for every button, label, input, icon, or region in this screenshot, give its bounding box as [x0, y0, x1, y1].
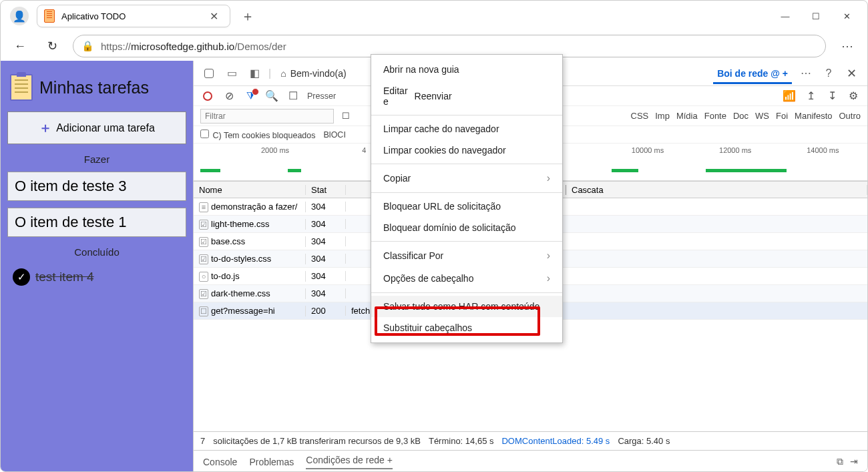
record-button[interactable]	[200, 89, 215, 103]
minimize-button[interactable]: —	[770, 5, 801, 27]
filter-wasm[interactable]: Foi	[776, 111, 788, 121]
overview-bar	[706, 169, 787, 172]
maximize-button[interactable]: ☐	[801, 5, 831, 27]
todo-app: Minhas tarefas ＋ Adicionar uma tarefa Fa…	[1, 61, 193, 472]
app-title: Minhas tarefas	[39, 78, 149, 97]
drawer-netcond[interactable]: Condições de rede +	[306, 455, 393, 469]
blocked-cookies-label: C) Tem cookies bloqueados	[212, 131, 315, 140]
ctx-edit[interactable]: Editar e	[383, 80, 408, 112]
url-path: /Demos/der	[234, 41, 286, 52]
task-done-item[interactable]: ✓ test item 4	[7, 264, 186, 290]
filter-img[interactable]: Imp	[655, 111, 670, 121]
col-status[interactable]: Stat	[306, 185, 346, 195]
file-type-icon: ○	[199, 272, 208, 282]
tab-favicon-icon	[44, 9, 55, 23]
file-type-icon: ☐	[199, 306, 208, 316]
col-waterfall[interactable]: Cascata	[566, 185, 867, 195]
drawer-expand-icon[interactable]: ⧉	[837, 456, 843, 467]
overview-bar	[612, 169, 638, 172]
drawer-import-icon[interactable]: ⇥	[850, 456, 858, 467]
clear-button[interactable]: ⊘	[222, 89, 236, 103]
ctx-block-domain[interactable]: Bloquear domínio de solicitação	[371, 217, 562, 238]
ctx-open-new-tab[interactable]: Abrir na nova guia	[371, 59, 562, 80]
task-item[interactable]: O item de teste 1	[7, 208, 186, 237]
ctx-block-url[interactable]: Bloquear URL de solicitação	[371, 196, 562, 217]
back-button[interactable]: ←	[9, 35, 31, 57]
ctx-resend[interactable]: Reenviar	[415, 80, 452, 112]
profile-icon[interactable]: 👤	[10, 7, 29, 25]
filter-ws[interactable]: WS	[755, 111, 769, 121]
filter-other[interactable]: Outro	[839, 111, 861, 121]
close-window-button[interactable]: ✕	[831, 5, 862, 27]
filter-media[interactable]: Mídia	[676, 111, 698, 121]
tab-close-icon[interactable]: ✕	[204, 10, 223, 23]
add-task-label: Adicionar uma tarefa	[56, 122, 155, 134]
summary-dcl: DOMContentLoaded: 5.49 s	[501, 436, 610, 446]
url-scheme: https://	[101, 41, 131, 52]
overview-tick: 10000 ms	[632, 146, 664, 154]
new-tab-button[interactable]: ＋	[236, 7, 260, 25]
home-icon: ⌂	[280, 68, 286, 79]
filter-doc[interactable]: Doc	[733, 111, 748, 121]
device-toggle-icon[interactable]: ▭	[223, 65, 240, 82]
download-icon[interactable]: ↧	[825, 89, 839, 103]
filter-css[interactable]: CSS	[631, 111, 649, 121]
col-name[interactable]: Nome	[194, 185, 306, 195]
window-controls: — ☐ ✕	[770, 5, 862, 27]
file-type-icon: ☑	[199, 289, 208, 299]
type-filter-bar: CSS Imp Mídia Fonte Doc WS Foi Manifesto…	[631, 111, 861, 121]
ctx-clear-cache[interactable]: Limpar cache do navegador	[371, 118, 562, 140]
overview-tick: 12000 ms	[719, 146, 751, 154]
browser-menu-button[interactable]: ⋯	[835, 39, 859, 53]
ctx-sort-by[interactable]: Classificar Por›	[371, 244, 562, 267]
file-type-icon: ☑	[199, 237, 208, 247]
add-task-button[interactable]: ＋ Adicionar uma tarefa	[7, 111, 186, 144]
filter-toggle-icon[interactable]: ⧩	[243, 89, 258, 103]
overview-bar	[200, 169, 220, 172]
overview-tick: 14000 ms	[807, 146, 839, 154]
tab-network[interactable]: Boi de rede @ +	[713, 63, 792, 84]
context-menu: Abrir na nova guia Editar e Reenviar Lim…	[371, 54, 563, 343]
ctx-header-options[interactable]: Opções de cabeçalho›	[371, 267, 562, 290]
ctx-clear-cookies[interactable]: Limpar cookies do navegador	[371, 140, 562, 161]
preserve-log-checkbox[interactable]: ☐	[286, 89, 300, 103]
help-icon[interactable]: ?	[820, 65, 837, 82]
ctx-save-har[interactable]: Salvar tudo como HAR com conteúdo	[371, 296, 562, 317]
inspect-icon[interactable]	[200, 65, 218, 82]
ctx-override-headers[interactable]: Substituir cabeçalhos	[371, 317, 562, 338]
file-type-icon: ≡	[199, 202, 208, 212]
browser-tab[interactable]: Aplicativo TODO ✕	[37, 5, 230, 27]
filter-input[interactable]	[200, 109, 334, 124]
tab-welcome-label: Bem-vindo(a)	[290, 68, 347, 79]
summary-transfer: solicitações de 1,7 kB transferiram recu…	[213, 436, 421, 446]
network-summary: 7 solicitações de 1,7 kB transferiram re…	[194, 431, 867, 450]
overview-tick: 4	[362, 146, 366, 154]
filter-font[interactable]: Fonte	[704, 111, 726, 121]
refresh-button[interactable]: ↻	[41, 35, 63, 57]
filter-manifest[interactable]: Manifesto	[795, 111, 832, 121]
titlebar: 👤 Aplicativo TODO ✕ ＋ — ☐ ✕	[1, 1, 867, 31]
ctx-copy[interactable]: Copiar›	[371, 167, 562, 190]
task-done-label: test item 4	[35, 270, 94, 284]
overview-bar	[288, 169, 301, 172]
screencast-icon[interactable]: ◧	[246, 65, 263, 82]
drawer-problems[interactable]: Problemas	[249, 457, 294, 467]
blocked-label: BlOCI	[324, 130, 346, 140]
lock-icon: 🔒	[81, 40, 94, 52]
upload-icon[interactable]: ↥	[803, 89, 818, 103]
search-icon[interactable]: 🔍	[264, 89, 279, 103]
blocked-cookies-checkbox[interactable]: C) Tem cookies bloqueados	[200, 130, 316, 140]
tab-title: Aplicativo TODO	[61, 11, 204, 21]
tab-network-label: Boi de rede @ +	[717, 68, 788, 79]
app-header: Minhas tarefas	[10, 74, 184, 101]
devtools-more-icon[interactable]: ⋯	[797, 65, 815, 82]
url-host: microsoftedge.github.io	[131, 41, 234, 52]
throttling-icon[interactable]: 📶	[782, 89, 797, 103]
drawer-console[interactable]: Console	[203, 457, 237, 467]
devtools-close-button[interactable]: ✕	[843, 66, 861, 81]
settings-icon[interactable]: ⚙	[846, 89, 861, 103]
tab-welcome[interactable]: ⌂ Bem-vindo(a)	[276, 63, 351, 84]
file-type-icon: ☑	[199, 220, 208, 230]
summary-finish: Término: 14,65 s	[429, 436, 494, 446]
task-item[interactable]: O item de teste 3	[7, 172, 186, 201]
